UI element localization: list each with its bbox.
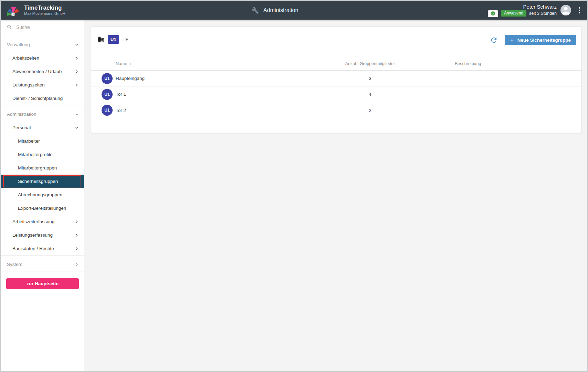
security-groups-card: U1 + Neue Sicherheitsgruppe	[91, 27, 582, 133]
sidebar-item-leistungserfassung[interactable]: Leistungserfassung	[1, 228, 84, 242]
sidebar-item-abrechnungsgruppen[interactable]: Abrechnungsgruppen	[1, 188, 84, 202]
plus-icon: +	[510, 37, 514, 43]
sidebar-section-administration[interactable]: Administration	[1, 107, 84, 121]
group-member-count: 2	[325, 108, 415, 113]
column-header-count[interactable]: Anzahl Gruppenmitglieder	[325, 61, 415, 66]
sidebar-item-label: Verwaltung	[7, 42, 30, 47]
search-input[interactable]	[16, 24, 75, 30]
brand: TimeTracking Max Mustermann GmbH	[5, 3, 65, 17]
presence-toggle-button[interactable]	[488, 10, 498, 17]
sidebar-item-dienst-schichtplanung[interactable]: Dienst- / Schichtplanung	[1, 92, 84, 105]
group-member-count: 4	[325, 92, 415, 97]
sidebar-nav: Verwaltung Arbeitszeiten Abwesenheiten /…	[1, 35, 84, 273]
sort-ascending-arrow-icon: ↑	[129, 61, 132, 66]
refresh-icon	[490, 36, 498, 44]
sidebar-item-label: Mitarbeitergruppen	[18, 165, 57, 170]
sidebar-item-label: Dienst- / Schichtplanung	[12, 96, 63, 101]
sidebar-item-label: Arbeitszeiten	[12, 55, 39, 61]
sidebar-item-arbeitszeiten[interactable]: Arbeitszeiten	[1, 51, 84, 65]
user-name: Peter Schwarz	[523, 4, 557, 10]
sidebar-item-label: Personal	[12, 125, 31, 130]
org-unit-chip: U1	[108, 35, 119, 44]
table-row[interactable]: U1 Haupteingang 3	[91, 71, 581, 86]
group-name: Tor 1	[116, 92, 126, 97]
table-header-row: Name ↑ Anzahl Gruppenmitglieder Beschrei…	[91, 57, 581, 71]
check-circle-icon	[491, 11, 495, 16]
sidebar-item-label: Mitarbeiter	[18, 138, 40, 144]
sidebar-item-label: Leistungszeiten	[12, 82, 45, 87]
sidebar-section-system[interactable]: System	[1, 258, 84, 271]
group-avatar: U1	[102, 105, 113, 116]
sidebar-item-mitarbeiter[interactable]: Mitarbeiter	[1, 134, 84, 148]
chevron-down-icon	[74, 42, 79, 47]
chevron-right-icon	[74, 219, 79, 224]
content-area: U1 + Neue Sicherheitsgruppe	[84, 20, 587, 371]
chevron-right-icon	[74, 262, 79, 267]
app-subtitle: Max Mustermann GmbH	[24, 11, 65, 16]
app-title: TimeTracking	[24, 4, 65, 11]
org-unit-select[interactable]: U1	[96, 32, 133, 48]
refresh-button[interactable]	[490, 36, 498, 44]
group-member-count: 3	[325, 76, 415, 81]
sidebar-item-label: Basisdaten / Rechte	[12, 246, 54, 251]
chevron-down-icon	[74, 125, 79, 130]
app-window: TimeTracking Max Mustermann GmbH Adminis…	[0, 0, 588, 372]
timetracking-logo-icon	[5, 3, 21, 17]
sidebar-search	[1, 20, 84, 35]
search-icon	[7, 24, 13, 30]
sidebar-item-label: Sicherheitsgruppen	[18, 179, 58, 184]
sidebar-divider	[1, 255, 84, 256]
sidebar-divider	[1, 271, 84, 271]
sidebar-item-mitarbeitergruppen[interactable]: Mitarbeitergruppen	[1, 161, 84, 175]
sidebar-item-label: Mitarbeiterprofile	[18, 152, 53, 157]
presence-badge: Anwesend	[501, 10, 526, 17]
card-toolbar: U1 + Neue Sicherheitsgruppe	[91, 27, 581, 48]
sidebar-section-verwaltung[interactable]: Verwaltung	[1, 38, 84, 51]
sidebar: Verwaltung Arbeitszeiten Abwesenheiten /…	[1, 20, 84, 371]
column-header-label: Name	[116, 61, 127, 66]
chevron-right-icon	[74, 56, 79, 61]
sidebar-item-leistungszeiten[interactable]: Leistungszeiten	[1, 78, 84, 92]
status-row: Anwesend seit 3 Stunden	[488, 10, 557, 17]
column-header-description[interactable]: Beschreibung	[415, 61, 581, 66]
group-avatar: U1	[102, 89, 113, 100]
column-header-name[interactable]: Name ↑	[91, 61, 325, 66]
table-row[interactable]: U1 Tor 2 2	[91, 102, 581, 118]
user-text: Peter Schwarz Anwesend seit 3 Stunden	[488, 4, 557, 17]
sidebar-item-label: System	[7, 262, 22, 267]
sidebar-item-label: Leistungserfassung	[12, 232, 53, 238]
chevron-right-icon	[74, 69, 79, 74]
sidebar-item-sicherheitsgruppen[interactable]: Sicherheitsgruppen	[1, 175, 84, 188]
sidebar-item-label: Abwesenheiten / Urlaub	[12, 69, 62, 74]
sidebar-item-label: Administration	[7, 112, 36, 117]
table-row[interactable]: U1 Tor 1 4	[91, 86, 581, 102]
toolbar-actions: + Neue Sicherheitsgruppe	[490, 35, 576, 45]
chevron-right-icon	[74, 83, 79, 87]
sidebar-item-personal[interactable]: Personal	[1, 121, 84, 134]
chevron-right-icon	[74, 246, 79, 251]
sidebar-item-export-bereitstellungen[interactable]: Export-Bereitstellungen	[1, 202, 84, 215]
company-building-icon	[97, 36, 105, 43]
new-security-group-label: Neue Sicherheitsgruppe	[517, 38, 571, 43]
person-icon	[560, 5, 571, 16]
sidebar-item-label: Export-Bereitstellungen	[18, 206, 66, 211]
sidebar-item-abwesenheiten-urlaub[interactable]: Abwesenheiten / Urlaub	[1, 65, 84, 78]
page-title: Administration	[263, 7, 298, 13]
to-main-page-button[interactable]: zur Hauptseite	[6, 278, 79, 289]
sidebar-item-mitarbeiterprofile[interactable]: Mitarbeiterprofile	[1, 148, 84, 161]
presence-since: seit 3 Stunden	[529, 11, 557, 16]
sidebar-footer: zur Hauptseite	[1, 273, 84, 294]
avatar[interactable]	[560, 5, 571, 16]
chevron-down-icon	[74, 112, 79, 117]
sidebar-item-basisdaten-rechte[interactable]: Basisdaten / Rechte	[1, 242, 84, 255]
kebab-menu-icon[interactable]	[576, 5, 582, 16]
sidebar-divider	[1, 105, 84, 105]
wrench-icon	[251, 7, 259, 14]
page-header: Administration	[251, 1, 298, 20]
group-name: Haupteingang	[116, 76, 145, 81]
sidebar-item-label: Arbeitszeiterfassung	[12, 219, 54, 224]
new-security-group-button[interactable]: + Neue Sicherheitsgruppe	[505, 35, 576, 45]
group-avatar: U1	[102, 73, 113, 84]
sidebar-item-arbeitszeiterfassung[interactable]: Arbeitszeiterfassung	[1, 215, 84, 228]
topbar: TimeTracking Max Mustermann GmbH Adminis…	[1, 1, 587, 20]
